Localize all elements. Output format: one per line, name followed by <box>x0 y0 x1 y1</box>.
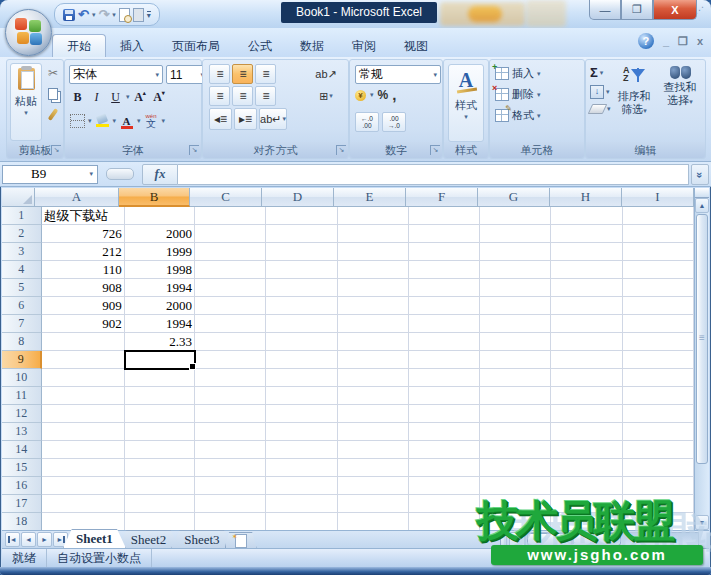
workbook-restore-button[interactable]: ❐ <box>678 36 688 46</box>
delete-cells-button[interactable]: 删除 ▾ <box>495 87 541 102</box>
row-header-13[interactable]: 13 <box>2 423 42 441</box>
row-header-4[interactable]: 4 <box>2 261 42 279</box>
cell-G13[interactable] <box>480 423 551 441</box>
cell-A4[interactable]: 110 <box>42 261 125 279</box>
comma-style-button[interactable]: , <box>392 91 396 99</box>
cell-C14[interactable] <box>195 441 266 459</box>
cell-F10[interactable] <box>409 369 480 387</box>
formula-input[interactable] <box>178 164 689 185</box>
next-sheet-button[interactable]: ► <box>37 532 52 547</box>
fill-button[interactable]: ↓ ▾ <box>590 85 611 99</box>
cut-icon[interactable]: ✂ <box>44 64 62 81</box>
sheet-tab-sheet2[interactable]: Sheet2 <box>118 530 179 548</box>
phonetic-dropdown-icon[interactable]: ▾ <box>162 117 166 125</box>
cell-I9[interactable] <box>623 351 694 369</box>
clipboard-dialog-launcher[interactable]: ↘ <box>51 145 61 155</box>
tab-view[interactable]: 视图 <box>390 35 442 57</box>
format-painter-button[interactable] <box>44 106 62 123</box>
cell-D2[interactable] <box>266 225 337 243</box>
cell-G14[interactable] <box>480 441 551 459</box>
underline-dropdown-icon[interactable]: ▾ <box>126 93 130 101</box>
increase-decimal-button[interactable]: ←.0.00 <box>355 112 379 132</box>
cell-C12[interactable] <box>195 405 266 423</box>
row-header-3[interactable]: 3 <box>2 243 42 261</box>
cell-C15[interactable] <box>195 459 266 477</box>
cell-D6[interactable] <box>266 297 337 315</box>
cell-D7[interactable] <box>266 315 337 333</box>
cell-I1[interactable] <box>623 207 694 225</box>
cell-A15[interactable] <box>42 459 125 477</box>
cell-H15[interactable] <box>551 459 622 477</box>
row-header-7[interactable]: 7 <box>2 315 42 333</box>
fill-color-button[interactable] <box>94 112 111 130</box>
cell-B13[interactable] <box>125 423 195 441</box>
workbook-close-button[interactable]: x <box>697 36 703 46</box>
save-icon[interactable] <box>63 9 75 21</box>
cell-F15[interactable] <box>409 459 480 477</box>
cell-F17[interactable] <box>409 495 480 513</box>
cell-F6[interactable] <box>409 297 480 315</box>
close-button[interactable]: X <box>653 0 697 20</box>
cell-F1[interactable] <box>409 207 480 225</box>
cell-G5[interactable] <box>480 279 551 297</box>
cell-F4[interactable] <box>409 261 480 279</box>
cell-H9[interactable] <box>551 351 622 369</box>
cell-C17[interactable] <box>195 495 266 513</box>
cell-A13[interactable] <box>42 423 125 441</box>
cell-G10[interactable] <box>480 369 551 387</box>
formula-bar-splitter[interactable] <box>106 168 134 180</box>
scroll-up-button[interactable]: ▲ <box>695 198 709 213</box>
cell-A3[interactable]: 212 <box>42 243 125 261</box>
cell-A9[interactable] <box>42 351 125 369</box>
wrap-text-button[interactable]: ab↵▾ <box>259 108 287 130</box>
font-dialog-launcher[interactable]: ↘ <box>189 145 199 155</box>
cell-I12[interactable] <box>623 405 694 423</box>
sort-filter-button[interactable]: AZ 排序和筛选▾ <box>612 64 656 140</box>
cell-D9[interactable] <box>266 351 337 369</box>
cell-C8[interactable] <box>195 333 266 351</box>
cell-H11[interactable] <box>551 387 622 405</box>
align-middle-button[interactable]: ≡ <box>232 64 253 84</box>
cell-H10[interactable] <box>551 369 622 387</box>
underline-button[interactable]: U <box>107 88 124 106</box>
cell-H2[interactable] <box>551 225 622 243</box>
cell-D1[interactable] <box>266 207 337 225</box>
print-preview-icon[interactable] <box>119 8 130 22</box>
undo-icon[interactable]: ↶ <box>78 8 89 21</box>
cell-B6[interactable]: 2000 <box>125 297 195 315</box>
cell-I10[interactable] <box>623 369 694 387</box>
number-dialog-launcher[interactable]: ↘ <box>430 145 440 155</box>
cell-A11[interactable] <box>42 387 125 405</box>
column-header-D[interactable]: D <box>262 188 334 207</box>
cell-D12[interactable] <box>266 405 337 423</box>
cell-E9[interactable] <box>338 351 409 369</box>
row-header-14[interactable]: 14 <box>2 441 42 459</box>
cell-I15[interactable] <box>623 459 694 477</box>
cell-H3[interactable] <box>551 243 622 261</box>
cell-A12[interactable] <box>42 405 125 423</box>
cell-E6[interactable] <box>338 297 409 315</box>
cell-B14[interactable] <box>125 441 195 459</box>
cell-B17[interactable] <box>125 495 195 513</box>
row-header-1[interactable]: 1 <box>2 207 42 225</box>
cell-D16[interactable] <box>266 477 337 495</box>
cell-B11[interactable] <box>125 387 195 405</box>
cell-H8[interactable] <box>551 333 622 351</box>
cell-F14[interactable] <box>409 441 480 459</box>
first-sheet-button[interactable]: ◄ <box>5 532 20 547</box>
cell-E14[interactable] <box>338 441 409 459</box>
row-header-6[interactable]: 6 <box>2 297 42 315</box>
cell-A18[interactable] <box>42 513 125 530</box>
tab-review[interactable]: 审阅 <box>338 35 390 57</box>
alignment-dialog-launcher[interactable]: ↘ <box>336 145 346 155</box>
vertical-scroll-thumb[interactable] <box>696 214 708 464</box>
border-button[interactable] <box>69 112 86 130</box>
increase-indent-button[interactable]: ▸≡ <box>234 108 257 130</box>
row-header-9[interactable]: 9 <box>2 351 42 369</box>
cell-A2[interactable]: 726 <box>42 225 125 243</box>
redo-icon[interactable]: ↷ <box>98 8 109 21</box>
vertical-split-handle[interactable] <box>695 188 709 198</box>
cell-C13[interactable] <box>195 423 266 441</box>
column-header-F[interactable]: F <box>406 188 478 207</box>
tab-home[interactable]: 开始 <box>52 34 106 57</box>
